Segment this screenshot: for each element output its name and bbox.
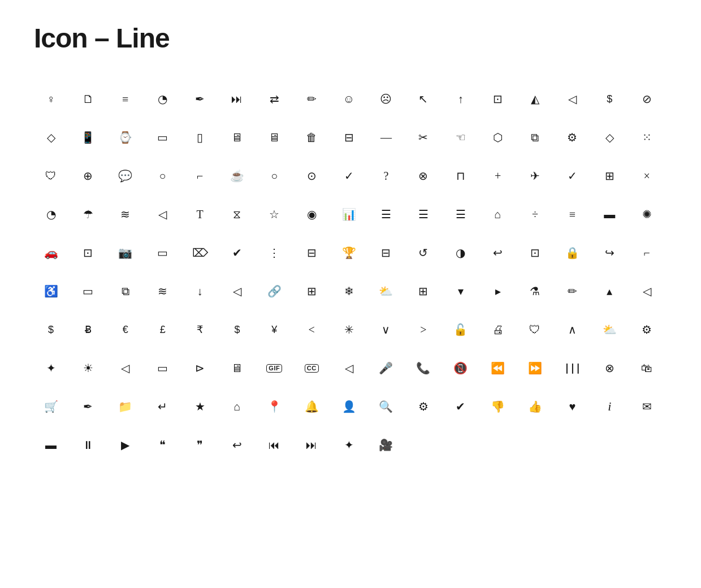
yen-icon[interactable]: ¥ <box>257 313 291 347</box>
check-icon[interactable]: ✓ <box>555 159 589 193</box>
trash-icon[interactable]: 🗑 <box>295 120 328 154</box>
alert-icon[interactable]: ⊙ <box>295 159 328 193</box>
accessibility-icon[interactable]: ♿ <box>34 274 68 308</box>
diamond-icon[interactable]: ◇ <box>34 120 68 154</box>
wind-icon[interactable]: ≋ <box>109 197 142 231</box>
align-center-icon[interactable]: ☰ <box>369 197 403 231</box>
briefcase-icon[interactable]: ⊟ <box>295 236 328 270</box>
cube-icon[interactable]: ⬡ <box>481 120 515 154</box>
loading-icon[interactable]: ↺ <box>406 236 440 270</box>
database-icon[interactable]: ⊟ <box>332 120 366 154</box>
layers3-icon[interactable]: ⊟ <box>369 236 403 270</box>
cup-icon[interactable]: ⊓ <box>444 159 478 193</box>
rupee-icon[interactable]: ₹ <box>183 313 217 347</box>
text-icon[interactable]: T <box>183 197 217 231</box>
phone-icon[interactable]: 📞 <box>406 351 440 385</box>
upload-cloud-icon[interactable]: ↑ <box>444 82 478 116</box>
folder-icon[interactable]: 📁 <box>109 390 142 423</box>
video-icon[interactable]: 🎥 <box>369 428 403 462</box>
play-icon[interactable]: ▶ <box>109 428 142 462</box>
drop-icon[interactable]: ◁ <box>146 197 180 231</box>
caret-up-icon[interactable]: ▴ <box>592 274 626 308</box>
partly-cloudy-icon[interactable]: ⛅ <box>369 274 403 308</box>
rectangle-icon[interactable]: ▭ <box>71 274 105 308</box>
snowflake-icon[interactable]: ❄ <box>332 274 366 308</box>
thumbs-up-icon[interactable]: 👍 <box>518 390 552 423</box>
close-icon[interactable]: × <box>630 159 664 193</box>
rewind-icon[interactable]: ⏪ <box>481 351 515 385</box>
watch-icon[interactable]: ⌚ <box>109 120 142 154</box>
question-icon[interactable]: ? <box>369 159 403 193</box>
shopping-cart-icon[interactable]: 🛒 <box>34 390 68 423</box>
file-icon[interactable]: 🗋 <box>71 82 105 116</box>
cloud-icon[interactable]: ⛅ <box>592 313 626 347</box>
undo-icon[interactable]: ↩ <box>481 236 515 270</box>
list-icon[interactable]: ≡ <box>109 82 142 116</box>
photo-icon[interactable]: ⊡ <box>518 236 552 270</box>
x-square-icon[interactable]: ⊗ <box>592 351 626 385</box>
edit-icon[interactable]: ✏ <box>295 82 328 116</box>
bell-icon[interactable]: 🔔 <box>295 390 328 423</box>
dollar2-icon[interactable]: $ <box>220 313 254 347</box>
mic-icon[interactable]: 🎤 <box>369 351 403 385</box>
barcode-icon[interactable]: ||| <box>555 351 589 385</box>
pen2-icon[interactable]: ✒ <box>71 390 105 423</box>
coffee-icon[interactable]: ☕ <box>220 159 254 193</box>
layers-icon[interactable]: ◭ <box>518 82 552 116</box>
chat-icon[interactable]: 💬 <box>109 159 142 193</box>
mobile-icon[interactable]: 📱 <box>71 120 105 154</box>
settings-icon[interactable]: ⚙ <box>406 390 440 423</box>
chevron-up-icon[interactable]: ∧ <box>555 313 589 347</box>
table-icon[interactable]: ⊞ <box>295 274 328 308</box>
grid4-icon[interactable]: ⁙ <box>630 120 664 154</box>
sun-icon[interactable]: ☀ <box>71 351 105 385</box>
navigation-icon[interactable]: ◁ <box>109 351 142 385</box>
chevron-down2-icon[interactable]: ∨ <box>369 313 403 347</box>
chevron-right-icon[interactable]: ▸ <box>481 274 515 308</box>
copy2-icon[interactable]: ⧉ <box>109 274 142 308</box>
printer-icon[interactable]: 🖨 <box>481 313 515 347</box>
smile-icon[interactable]: ☺ <box>332 82 366 116</box>
thumbs-down-icon[interactable]: 👎 <box>481 390 515 423</box>
home-icon[interactable]: ⌂ <box>220 390 254 423</box>
wind2-icon[interactable]: ✳ <box>332 313 366 347</box>
cancel-icon[interactable]: ⊘ <box>630 82 664 116</box>
corner-down-right-icon[interactable]: ↵ <box>146 390 180 423</box>
verified-icon[interactable]: ✔ <box>220 236 254 270</box>
shield2-icon[interactable]: 🛡 <box>518 313 552 347</box>
heart-icon[interactable]: ♥ <box>555 390 589 423</box>
rain-icon[interactable]: ⋮ <box>257 236 291 270</box>
link-icon[interactable]: 🔗 <box>257 274 291 308</box>
lock2-icon[interactable]: 🔓 <box>444 313 478 347</box>
skip-next-icon[interactable]: ⏭ <box>295 428 328 462</box>
plus-icon[interactable]: + <box>481 159 515 193</box>
dollar-icon[interactable]: $ <box>592 82 626 116</box>
card-icon[interactable]: ▬ <box>592 197 626 231</box>
minus-square-icon[interactable]: ▬ <box>34 428 68 462</box>
phone-down-icon[interactable]: 📵 <box>444 351 478 385</box>
camera2-icon[interactable]: 📷 <box>109 236 142 270</box>
chevron-right2-icon[interactable]: > <box>406 313 440 347</box>
check-badge-icon[interactable]: ✔ <box>444 390 478 423</box>
divide-icon[interactable]: ÷ <box>518 197 552 231</box>
airplane-icon[interactable]: ✈ <box>518 159 552 193</box>
skip-back-icon[interactable]: ⏮ <box>257 428 291 462</box>
sparkle-icon[interactable]: ✦ <box>34 351 68 385</box>
sparkles-icon[interactable]: ✺ <box>630 197 664 231</box>
film-icon[interactable]: ⊞ <box>406 274 440 308</box>
umbrella-icon[interactable]: ☂ <box>71 197 105 231</box>
shopping-bag-icon[interactable]: 🛍 <box>630 351 664 385</box>
fast-forward-icon[interactable]: ⏩ <box>518 351 552 385</box>
bookmark-icon[interactable]: ⌐ <box>630 236 664 270</box>
dashboard-icon[interactable]: ◔ <box>146 82 180 116</box>
monitor-icon[interactable]: 🖥 <box>220 120 254 154</box>
tag2-icon[interactable]: ⊳ <box>183 351 217 385</box>
pause-icon[interactable]: ⏸ <box>71 428 105 462</box>
tablet-icon[interactable]: ▭ <box>146 120 180 154</box>
pie-chart-icon[interactable]: ◔ <box>34 197 68 231</box>
chip-icon[interactable]: ⊞ <box>592 159 626 193</box>
screen-icon[interactable]: 🖥 <box>220 351 254 385</box>
scissors-icon[interactable]: ✂ <box>406 120 440 154</box>
camera-icon[interactable]: ⊡ <box>481 82 515 116</box>
align-left-icon[interactable]: ☰ <box>406 197 440 231</box>
